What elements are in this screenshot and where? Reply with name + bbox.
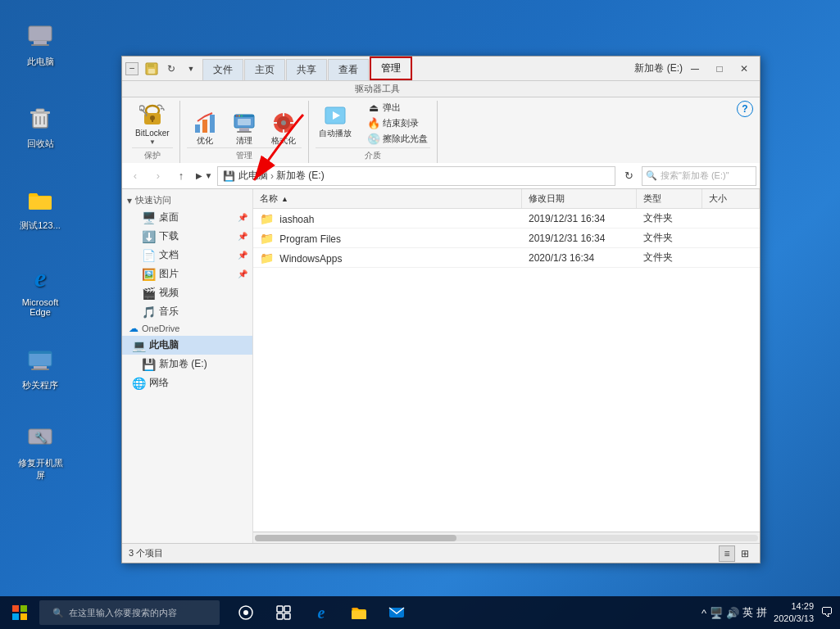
- format-button[interactable]: 格式化: [266, 108, 302, 147]
- ime-indicator[interactable]: 拼: [756, 605, 767, 620]
- repair-label: 修复开机黑屏: [15, 457, 66, 482]
- search-icon: 🔍: [646, 170, 657, 181]
- manage-buttons: 优化 清: [187, 101, 302, 147]
- recent-locations-button[interactable]: ▶ ▼: [194, 166, 214, 186]
- file-date-program-files: 2019/12/31 16:34: [522, 233, 637, 244]
- scrollbar-thumb: [255, 535, 456, 541]
- autoplay-content: 自动播放 ⏏ 弹出 🔥 结束刻录 💿 擦除此光盘: [316, 101, 430, 147]
- sidebar-item-documents[interactable]: 📄 文档 📌: [122, 246, 252, 265]
- sidebar-item-music[interactable]: 🎵 音乐: [122, 302, 252, 321]
- sidebar-item-videos[interactable]: 🎬 视频: [122, 283, 252, 302]
- sidebar-item-downloads[interactable]: ⬇️ 下载 📌: [122, 227, 252, 246]
- file-name-iashoah: 📁 iashoah: [253, 212, 522, 225]
- eject-icon: ⏏: [367, 102, 380, 114]
- desktop-icon-recycle-bin[interactable]: 回收站: [11, 98, 69, 153]
- explorer-taskbar-button[interactable]: [341, 596, 377, 629]
- large-icons-view-button[interactable]: ⊞: [737, 545, 753, 562]
- svg-point-31: [238, 115, 240, 117]
- svg-rect-53: [277, 613, 283, 619]
- file-row-program-files[interactable]: 📁 Program Files 2019/12/31 16:34 文件夹: [253, 229, 760, 248]
- system-menu-button[interactable]: ─: [125, 62, 138, 75]
- nav-forward-button[interactable]: ›: [148, 166, 168, 186]
- svg-rect-27: [210, 115, 215, 133]
- sidebar-onedrive-label: OneDrive: [142, 324, 179, 333]
- mail-taskbar-button[interactable]: [379, 596, 415, 629]
- format-icon: [270, 110, 297, 136]
- svg-rect-34: [237, 131, 252, 133]
- search-box[interactable]: 🔍 搜索"新加卷 (E:)": [642, 166, 756, 186]
- end-burn-button[interactable]: 🔥 结束刻录: [365, 116, 430, 130]
- col-header-date[interactable]: 修改日期: [522, 189, 637, 208]
- col-header-type[interactable]: 类型: [637, 189, 702, 208]
- desktop-icon-edge[interactable]: e Microsoft Edge: [11, 258, 69, 320]
- sidebar-item-pictures[interactable]: 🖼️ 图片 📌: [122, 265, 252, 283]
- sidebar-network-label: 网络: [149, 376, 169, 390]
- qat-redo-icon[interactable]: ↻: [163, 61, 179, 77]
- taskbar-search[interactable]: 🔍 在这里输入你要搜索的内容: [39, 600, 220, 625]
- bitlocker-button[interactable]: BitLocker ▼: [132, 101, 173, 147]
- maximize-button[interactable]: □: [707, 57, 732, 81]
- col-header-size[interactable]: 大小: [702, 189, 760, 208]
- svg-rect-46: [20, 605, 27, 612]
- desktop-icon-repair[interactable]: 🔧 修复开机黑屏: [11, 418, 69, 485]
- window-controls: ─ □ ✕: [683, 57, 756, 81]
- file-list-header: 名称 ▲ 修改日期 类型 大小: [253, 189, 760, 209]
- sidebar-quick-access[interactable]: ▾ 快速访问: [122, 192, 252, 208]
- search-text: 在这里输入你要搜索的内容: [69, 607, 177, 619]
- sidebar-music-label: 音乐: [159, 305, 179, 319]
- tab-view[interactable]: 查看: [328, 59, 369, 80]
- drive-tools-context-label: 驱动器工具: [355, 83, 400, 95]
- cleanup-button[interactable]: 清理: [226, 108, 262, 147]
- desktop-icon-test-folder[interactable]: 测试123...: [11, 180, 69, 235]
- address-bar: ‹ › ↑ ▶ ▼ 💾 此电脑 › 新加卷 (E:) ↻ 🔍 搜索"新加卷 (E…: [122, 163, 760, 189]
- nav-up-button[interactable]: ↑: [171, 166, 191, 186]
- autoplay-button[interactable]: 自动播放: [316, 101, 355, 140]
- start-button[interactable]: [0, 596, 39, 629]
- desktop-icon-this-pc[interactable]: 此电脑: [11, 16, 69, 71]
- file-row-windows-apps[interactable]: 📁 WindowsApps 2020/1/3 16:34 文件夹: [253, 248, 760, 268]
- file-row-iashoah[interactable]: 📁 iashoah 2019/12/31 16:34 文件夹: [253, 209, 760, 229]
- sidebar-onedrive-section[interactable]: ☁ OneDrive: [122, 321, 252, 336]
- task-switcher-button[interactable]: [266, 596, 302, 629]
- help-button[interactable]: ?: [737, 101, 753, 117]
- sidebar-item-network[interactable]: 🌐 网络: [122, 373, 252, 392]
- desktop-sidebar-icon: 🖥️: [142, 211, 156, 224]
- optimize-button[interactable]: 优化: [187, 108, 223, 147]
- title-bar: ─ ↻ ▼ 文件 主页 共享 查看 管理 新加卷 (E:) ─ □ ✕: [122, 57, 760, 81]
- tray-chevron[interactable]: ^: [702, 607, 706, 619]
- svg-rect-26: [202, 120, 207, 133]
- title-bar-controls-left: ─: [125, 62, 138, 75]
- task-view-button[interactable]: [228, 596, 264, 629]
- desktop-icon-programs[interactable]: 秒关程序: [11, 340, 69, 395]
- refresh-button[interactable]: ↻: [619, 166, 638, 186]
- lang-indicator[interactable]: 英: [742, 605, 753, 620]
- tab-share[interactable]: 共享: [286, 59, 327, 80]
- tab-file[interactable]: 文件: [202, 59, 243, 80]
- taskbar-clock[interactable]: 14:29 2020/3/13: [774, 600, 814, 626]
- nav-back-button[interactable]: ‹: [125, 166, 145, 186]
- sidebar-item-desktop[interactable]: 🖥️ 桌面 📌: [122, 208, 252, 227]
- qat-chevron-icon[interactable]: ▼: [183, 61, 199, 77]
- col-header-name[interactable]: 名称 ▲: [253, 189, 522, 208]
- ribbon-content: BitLocker ▼ 保护 优化: [122, 97, 760, 163]
- minimize-button[interactable]: ─: [683, 57, 707, 81]
- sidebar-item-new-volume[interactable]: 💾 新加卷 (E:): [122, 355, 252, 373]
- details-view-button[interactable]: ≡: [719, 545, 735, 562]
- tab-home[interactable]: 主页: [244, 59, 285, 80]
- sidebar-videos-label: 视频: [159, 286, 179, 300]
- horizontal-scrollbar[interactable]: [253, 532, 760, 543]
- notification-button[interactable]: 🗨: [820, 605, 833, 620]
- eject-button[interactable]: ⏏ 弹出: [365, 101, 430, 115]
- address-path-icon: 💾: [223, 170, 235, 182]
- qat-save-icon[interactable]: [143, 61, 160, 77]
- close-button[interactable]: ✕: [732, 57, 756, 81]
- edge-taskbar-button[interactable]: e: [303, 596, 339, 629]
- taskbar: 🔍 在这里输入你要搜索的内容 e: [0, 596, 840, 629]
- tab-drive-tools[interactable]: 管理: [370, 57, 412, 80]
- erase-disc-button[interactable]: 💿 擦除此光盘: [365, 132, 430, 146]
- svg-rect-10: [29, 351, 52, 354]
- explorer-window: ─ ↻ ▼ 文件 主页 共享 查看 管理 新加卷 (E:) ─ □ ✕ 驱动器工…: [121, 56, 761, 563]
- address-path[interactable]: 💾 此电脑 › 新加卷 (E:): [217, 166, 615, 186]
- sidebar-item-this-pc[interactable]: 💻 此电脑: [122, 336, 252, 355]
- bitlocker-icon: [139, 102, 166, 129]
